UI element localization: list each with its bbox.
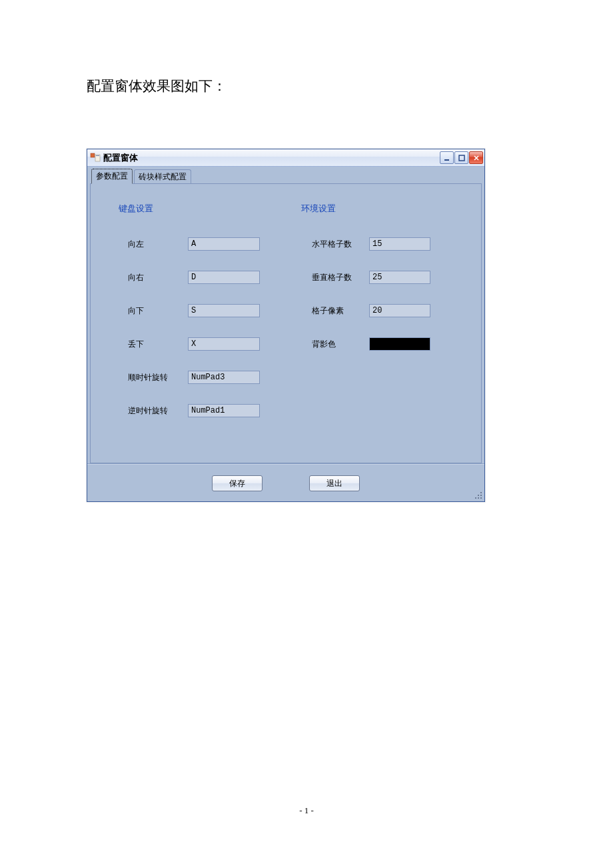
label-drop: 丢下 [128, 339, 188, 350]
svg-rect-3 [444, 159, 449, 161]
config-window: 配置窗体 参数配置 砖块样式配置 键盘设置 环境设置 [87, 149, 485, 502]
resize-grip-icon[interactable] [474, 491, 483, 500]
row-bgcolor: 背影色 [312, 337, 430, 351]
window-controls [440, 151, 483, 164]
maximize-button[interactable] [454, 151, 468, 164]
row-left: 向左 [128, 237, 260, 251]
input-rotate-ccw[interactable] [188, 404, 260, 417]
input-hcells[interactable] [369, 237, 430, 251]
group-keyboard-label: 键盘设置 [119, 203, 153, 215]
label-hcells: 水平格子数 [312, 239, 369, 250]
label-left: 向左 [128, 239, 188, 250]
app-icon [90, 153, 101, 163]
page-number: - 1 - [0, 805, 613, 816]
tabstrip: 参数配置 砖块样式配置 [90, 169, 482, 183]
close-button[interactable] [469, 151, 483, 164]
row-cellpx: 格子像素 [312, 304, 430, 317]
page-caption: 配置窗体效果图如下： [87, 77, 526, 95]
input-left[interactable] [188, 237, 260, 251]
row-drop: 丢下 [128, 337, 260, 351]
svg-rect-4 [459, 155, 464, 161]
svg-rect-10 [475, 497, 476, 499]
svg-rect-5 [480, 492, 482, 493]
label-down: 向下 [128, 305, 188, 317]
row-rotate-ccw: 逆时针旋转 [128, 404, 260, 417]
input-drop[interactable] [188, 337, 260, 351]
input-right[interactable] [188, 271, 260, 284]
input-rotate-cw[interactable] [188, 371, 260, 384]
label-rotate-cw: 顺时针旋转 [128, 372, 188, 383]
svg-rect-9 [478, 497, 479, 499]
minimize-button[interactable] [440, 151, 454, 164]
label-right: 向右 [128, 272, 188, 283]
tab-page-params: 键盘设置 环境设置 向左 向右 向下 丢下 [90, 183, 482, 463]
svg-rect-7 [478, 495, 479, 496]
svg-rect-8 [480, 497, 482, 499]
label-vcells: 垂直格子数 [312, 272, 369, 283]
group-environment-label: 环境设置 [301, 203, 336, 215]
bgcolor-swatch[interactable] [369, 337, 430, 351]
window-title: 配置窗体 [103, 152, 440, 164]
input-cellpx[interactable] [369, 304, 430, 317]
row-down: 向下 [128, 304, 260, 317]
label-rotate-ccw: 逆时针旋转 [128, 405, 188, 417]
exit-button[interactable]: 退出 [309, 475, 360, 491]
label-cellpx: 格子像素 [312, 305, 369, 317]
save-button[interactable]: 保存 [212, 475, 263, 491]
svg-rect-6 [480, 495, 482, 496]
titlebar: 配置窗体 [87, 149, 484, 167]
label-bgcolor: 背影色 [312, 339, 369, 350]
row-rotate-cw: 顺时针旋转 [128, 371, 260, 384]
row-right: 向右 [128, 271, 260, 284]
button-bar: 保存 退出 [87, 464, 484, 501]
svg-rect-0 [91, 153, 95, 157]
client-area: 参数配置 砖块样式配置 键盘设置 环境设置 向左 向右 向下 [87, 167, 484, 464]
input-vcells[interactable] [369, 271, 430, 284]
row-hcells: 水平格子数 [312, 237, 430, 251]
row-vcells: 垂直格子数 [312, 271, 430, 284]
tab-block-style[interactable]: 砖块样式配置 [134, 169, 191, 184]
input-down[interactable] [188, 304, 260, 317]
tab-params[interactable]: 参数配置 [91, 169, 133, 184]
svg-rect-2 [96, 155, 99, 156]
